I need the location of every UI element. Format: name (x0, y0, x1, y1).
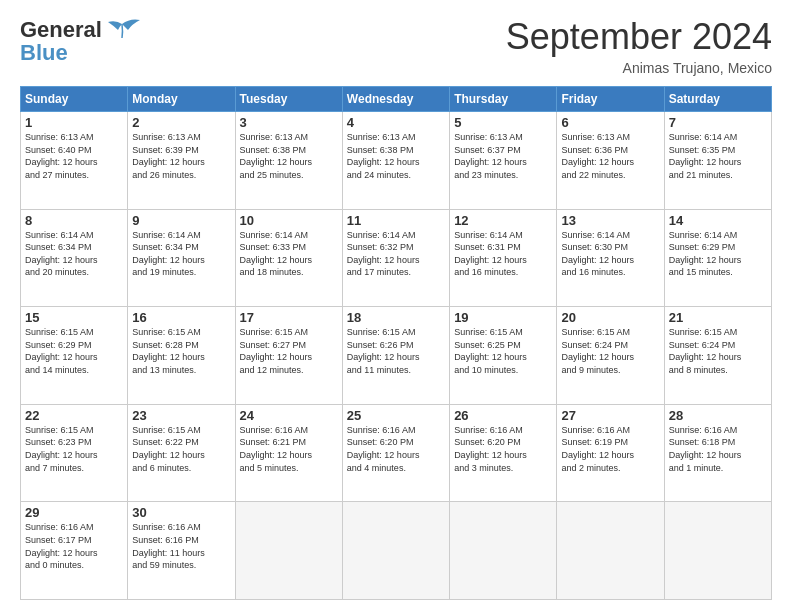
day-number: 1 (25, 115, 123, 130)
day-cell-17: 17 Sunrise: 6:15 AMSunset: 6:27 PMDaylig… (235, 307, 342, 405)
day-cell-28: 28 Sunrise: 6:16 AMSunset: 6:18 PMDaylig… (664, 404, 771, 502)
day-cell-26: 26 Sunrise: 6:16 AMSunset: 6:20 PMDaylig… (450, 404, 557, 502)
day-cell-6: 6 Sunrise: 6:13 AMSunset: 6:36 PMDayligh… (557, 112, 664, 210)
col-header-sunday: Sunday (21, 87, 128, 112)
day-number: 6 (561, 115, 659, 130)
day-cell-27: 27 Sunrise: 6:16 AMSunset: 6:19 PMDaylig… (557, 404, 664, 502)
day-cell-29: 29 Sunrise: 6:16 AMSunset: 6:17 PMDaylig… (21, 502, 128, 600)
day-number: 23 (132, 408, 230, 423)
day-cell-20: 20 Sunrise: 6:15 AMSunset: 6:24 PMDaylig… (557, 307, 664, 405)
logo: General Blue (20, 16, 142, 66)
day-cell-9: 9 Sunrise: 6:14 AMSunset: 6:34 PMDayligh… (128, 209, 235, 307)
logo-bird-icon (102, 16, 142, 44)
location-subtitle: Animas Trujano, Mexico (506, 60, 772, 76)
day-info: Sunrise: 6:16 AMSunset: 6:16 PMDaylight:… (132, 521, 230, 571)
month-title: September 2024 (506, 16, 772, 58)
col-header-thursday: Thursday (450, 87, 557, 112)
day-cell-10: 10 Sunrise: 6:14 AMSunset: 6:33 PMDaylig… (235, 209, 342, 307)
day-cell-1: 1 Sunrise: 6:13 AMSunset: 6:40 PMDayligh… (21, 112, 128, 210)
day-number: 30 (132, 505, 230, 520)
empty-cell (557, 502, 664, 600)
day-number: 15 (25, 310, 123, 325)
day-cell-23: 23 Sunrise: 6:15 AMSunset: 6:22 PMDaylig… (128, 404, 235, 502)
day-info: Sunrise: 6:16 AMSunset: 6:17 PMDaylight:… (25, 521, 123, 571)
day-number: 11 (347, 213, 445, 228)
col-header-friday: Friday (557, 87, 664, 112)
day-cell-22: 22 Sunrise: 6:15 AMSunset: 6:23 PMDaylig… (21, 404, 128, 502)
day-cell-3: 3 Sunrise: 6:13 AMSunset: 6:38 PMDayligh… (235, 112, 342, 210)
day-info: Sunrise: 6:16 AMSunset: 6:20 PMDaylight:… (347, 424, 445, 474)
logo-blue: Blue (20, 40, 68, 66)
day-info: Sunrise: 6:14 AMSunset: 6:31 PMDaylight:… (454, 229, 552, 279)
day-info: Sunrise: 6:14 AMSunset: 6:32 PMDaylight:… (347, 229, 445, 279)
day-cell-18: 18 Sunrise: 6:15 AMSunset: 6:26 PMDaylig… (342, 307, 449, 405)
day-info: Sunrise: 6:13 AMSunset: 6:36 PMDaylight:… (561, 131, 659, 181)
day-number: 18 (347, 310, 445, 325)
day-info: Sunrise: 6:14 AMSunset: 6:34 PMDaylight:… (25, 229, 123, 279)
day-number: 29 (25, 505, 123, 520)
day-cell-8: 8 Sunrise: 6:14 AMSunset: 6:34 PMDayligh… (21, 209, 128, 307)
day-info: Sunrise: 6:14 AMSunset: 6:30 PMDaylight:… (561, 229, 659, 279)
col-header-tuesday: Tuesday (235, 87, 342, 112)
day-number: 20 (561, 310, 659, 325)
day-info: Sunrise: 6:13 AMSunset: 6:37 PMDaylight:… (454, 131, 552, 181)
calendar-header-row: Sunday Monday Tuesday Wednesday Thursday… (21, 87, 772, 112)
day-info: Sunrise: 6:15 AMSunset: 6:22 PMDaylight:… (132, 424, 230, 474)
table-row: 22 Sunrise: 6:15 AMSunset: 6:23 PMDaylig… (21, 404, 772, 502)
day-cell-7: 7 Sunrise: 6:14 AMSunset: 6:35 PMDayligh… (664, 112, 771, 210)
day-number: 8 (25, 213, 123, 228)
day-info: Sunrise: 6:15 AMSunset: 6:27 PMDaylight:… (240, 326, 338, 376)
day-number: 12 (454, 213, 552, 228)
col-header-saturday: Saturday (664, 87, 771, 112)
day-info: Sunrise: 6:16 AMSunset: 6:19 PMDaylight:… (561, 424, 659, 474)
day-number: 19 (454, 310, 552, 325)
day-cell-12: 12 Sunrise: 6:14 AMSunset: 6:31 PMDaylig… (450, 209, 557, 307)
day-cell-4: 4 Sunrise: 6:13 AMSunset: 6:38 PMDayligh… (342, 112, 449, 210)
day-cell-14: 14 Sunrise: 6:14 AMSunset: 6:29 PMDaylig… (664, 209, 771, 307)
day-cell-15: 15 Sunrise: 6:15 AMSunset: 6:29 PMDaylig… (21, 307, 128, 405)
day-info: Sunrise: 6:13 AMSunset: 6:38 PMDaylight:… (347, 131, 445, 181)
col-header-wednesday: Wednesday (342, 87, 449, 112)
day-cell-5: 5 Sunrise: 6:13 AMSunset: 6:37 PMDayligh… (450, 112, 557, 210)
calendar-table: Sunday Monday Tuesday Wednesday Thursday… (20, 86, 772, 600)
day-number: 3 (240, 115, 338, 130)
day-info: Sunrise: 6:14 AMSunset: 6:35 PMDaylight:… (669, 131, 767, 181)
day-number: 24 (240, 408, 338, 423)
col-header-monday: Monday (128, 87, 235, 112)
day-info: Sunrise: 6:16 AMSunset: 6:20 PMDaylight:… (454, 424, 552, 474)
day-number: 4 (347, 115, 445, 130)
logo-text: General (20, 18, 102, 42)
empty-cell (664, 502, 771, 600)
day-cell-21: 21 Sunrise: 6:15 AMSunset: 6:24 PMDaylig… (664, 307, 771, 405)
day-info: Sunrise: 6:14 AMSunset: 6:33 PMDaylight:… (240, 229, 338, 279)
day-number: 17 (240, 310, 338, 325)
day-cell-11: 11 Sunrise: 6:14 AMSunset: 6:32 PMDaylig… (342, 209, 449, 307)
day-info: Sunrise: 6:15 AMSunset: 6:25 PMDaylight:… (454, 326, 552, 376)
empty-cell (342, 502, 449, 600)
day-info: Sunrise: 6:13 AMSunset: 6:39 PMDaylight:… (132, 131, 230, 181)
day-info: Sunrise: 6:14 AMSunset: 6:34 PMDaylight:… (132, 229, 230, 279)
title-block: September 2024 Animas Trujano, Mexico (506, 16, 772, 76)
day-info: Sunrise: 6:14 AMSunset: 6:29 PMDaylight:… (669, 229, 767, 279)
day-number: 28 (669, 408, 767, 423)
table-row: 15 Sunrise: 6:15 AMSunset: 6:29 PMDaylig… (21, 307, 772, 405)
day-cell-2: 2 Sunrise: 6:13 AMSunset: 6:39 PMDayligh… (128, 112, 235, 210)
day-info: Sunrise: 6:15 AMSunset: 6:24 PMDaylight:… (561, 326, 659, 376)
day-number: 13 (561, 213, 659, 228)
day-number: 10 (240, 213, 338, 228)
day-cell-16: 16 Sunrise: 6:15 AMSunset: 6:28 PMDaylig… (128, 307, 235, 405)
day-cell-19: 19 Sunrise: 6:15 AMSunset: 6:25 PMDaylig… (450, 307, 557, 405)
day-number: 27 (561, 408, 659, 423)
day-info: Sunrise: 6:16 AMSunset: 6:21 PMDaylight:… (240, 424, 338, 474)
day-info: Sunrise: 6:15 AMSunset: 6:23 PMDaylight:… (25, 424, 123, 474)
header: General Blue September 2024 Animas Truja… (20, 16, 772, 76)
day-info: Sunrise: 6:13 AMSunset: 6:38 PMDaylight:… (240, 131, 338, 181)
day-info: Sunrise: 6:15 AMSunset: 6:24 PMDaylight:… (669, 326, 767, 376)
day-number: 9 (132, 213, 230, 228)
day-info: Sunrise: 6:13 AMSunset: 6:40 PMDaylight:… (25, 131, 123, 181)
day-cell-25: 25 Sunrise: 6:16 AMSunset: 6:20 PMDaylig… (342, 404, 449, 502)
table-row: 29 Sunrise: 6:16 AMSunset: 6:17 PMDaylig… (21, 502, 772, 600)
day-cell-13: 13 Sunrise: 6:14 AMSunset: 6:30 PMDaylig… (557, 209, 664, 307)
day-number: 16 (132, 310, 230, 325)
day-number: 21 (669, 310, 767, 325)
